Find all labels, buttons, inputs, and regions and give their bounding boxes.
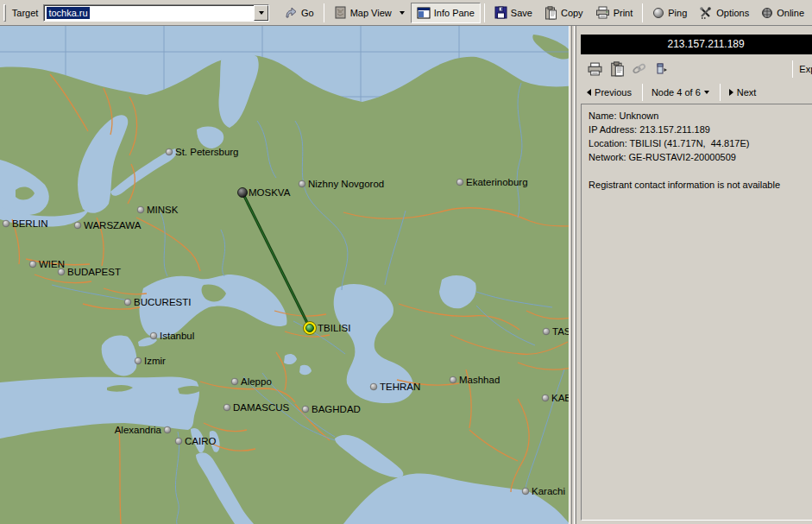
previous-arrow-icon bbox=[587, 89, 591, 96]
detail-name: Name: Unknown bbox=[589, 109, 812, 123]
toolbar-separator bbox=[642, 3, 643, 22]
city-marker-st-petersburg: St. Petersburg bbox=[166, 147, 238, 157]
node-ip-title: 213.157.211.189 bbox=[667, 38, 744, 50]
go-arrow-icon bbox=[284, 6, 298, 20]
previous-node-button[interactable]: Previous bbox=[582, 85, 637, 99]
city-label: Izmir bbox=[144, 356, 166, 366]
city-label: WARSZAWA bbox=[84, 220, 142, 230]
node-details: Name: Unknown IP Address: 213.157.211.18… bbox=[581, 104, 812, 521]
city-dot bbox=[150, 332, 157, 339]
map-view-button-label: Map View bbox=[350, 8, 392, 18]
printer-icon bbox=[587, 62, 603, 76]
online-globe-icon bbox=[761, 7, 773, 19]
main-toolbar: Target tochka.ru Go Map View Info Pane bbox=[0, 0, 812, 26]
node-jump-icon bbox=[655, 62, 669, 76]
city-dot bbox=[370, 383, 377, 390]
city-dot bbox=[302, 406, 309, 413]
city-dot bbox=[223, 404, 230, 411]
node-title-bar: 213.157.211.189 bbox=[581, 35, 812, 54]
city-marker-damascus: DAMASCUS bbox=[223, 402, 289, 413]
detail-network: Network: GE-RUSTAVI2-20000509 bbox=[589, 150, 812, 164]
panel-link-button[interactable] bbox=[628, 60, 651, 79]
map-view-icon bbox=[334, 6, 347, 20]
next-label: Next bbox=[737, 87, 757, 98]
city-label: TEHRAN bbox=[380, 382, 420, 392]
map-view-area[interactable]: St. PetersburgMOSKVANizhny NovgorodEkate… bbox=[0, 26, 569, 524]
city-label: BUDAPEST bbox=[67, 267, 121, 277]
go-button[interactable]: Go bbox=[278, 3, 320, 23]
map-view-button[interactable]: Map View bbox=[328, 3, 411, 23]
save-floppy-icon bbox=[494, 6, 507, 19]
city-dot bbox=[137, 206, 144, 213]
city-dot bbox=[135, 357, 142, 364]
city-label: Istanbul bbox=[160, 331, 194, 341]
city-label: Ekaterinoburg bbox=[466, 177, 528, 187]
node-position-dropdown[interactable]: Node 4 of 6 bbox=[646, 85, 714, 99]
toolbar-separator bbox=[324, 3, 324, 22]
online-button-label: Online bbox=[777, 8, 804, 18]
nav-separator bbox=[720, 84, 721, 101]
city-dot bbox=[450, 376, 456, 383]
city-label: KABUL bbox=[551, 393, 569, 403]
city-label: DAMASCUS bbox=[233, 402, 290, 413]
options-button-label: Options bbox=[716, 8, 749, 18]
ping-button[interactable]: Ping bbox=[646, 3, 693, 23]
online-button[interactable]: Online bbox=[755, 3, 810, 23]
city-marker-baghdad: BAGHDAD bbox=[302, 404, 361, 414]
target-combobox[interactable]: tochka.ru bbox=[43, 4, 269, 22]
target-input[interactable]: tochka.ru bbox=[44, 5, 254, 21]
trace-node-moskva[interactable]: MOSKVA bbox=[238, 187, 291, 198]
city-dot bbox=[74, 222, 81, 229]
city-label: Aleppo bbox=[241, 376, 272, 387]
copy-button[interactable]: Copy bbox=[538, 3, 589, 23]
target-dropdown-button[interactable] bbox=[254, 5, 268, 21]
city-label: TASHKENT bbox=[552, 326, 569, 337]
node-dropdown-icon bbox=[704, 91, 709, 94]
pane-splitter[interactable] bbox=[569, 26, 576, 524]
selected-node-sphere bbox=[306, 325, 314, 332]
toolbar-separator bbox=[484, 3, 485, 22]
print-button[interactable]: Print bbox=[589, 3, 639, 23]
ping-button-label: Ping bbox=[668, 8, 687, 18]
city-dot bbox=[164, 426, 171, 433]
copy-clipboard-icon bbox=[544, 6, 557, 20]
city-label: BERLIN bbox=[12, 218, 48, 229]
city-dot bbox=[231, 378, 238, 385]
city-label: MOSKVA bbox=[249, 187, 291, 198]
city-label: WIEN bbox=[39, 259, 65, 269]
trace-node-tbilisi[interactable]: TBILISI bbox=[304, 322, 351, 335]
city-marker-ekaterinoburg: Ekaterinoburg bbox=[456, 177, 527, 187]
detail-location: Location: TBILISI (41.717N, 44.817E) bbox=[589, 136, 812, 150]
export-button[interactable]: Export bbox=[799, 64, 812, 74]
save-button[interactable]: Save bbox=[488, 3, 538, 23]
target-value: tochka.ru bbox=[47, 7, 89, 19]
city-dot bbox=[124, 299, 131, 306]
panel-node-jump-button[interactable] bbox=[651, 60, 673, 79]
toolbar-grip[interactable] bbox=[3, 4, 6, 22]
city-dot bbox=[522, 488, 529, 495]
node-position-label: Node 4 of 6 bbox=[651, 87, 701, 98]
options-button[interactable]: Options bbox=[693, 3, 755, 23]
city-label: BAGHDAD bbox=[312, 404, 361, 414]
info-pane-button[interactable]: Info Pane bbox=[411, 3, 481, 23]
city-label: TBILISI bbox=[318, 323, 350, 333]
city-label: MINSK bbox=[147, 205, 179, 215]
panel-copy-button[interactable] bbox=[606, 60, 628, 79]
city-dot bbox=[58, 268, 65, 275]
next-node-button[interactable]: Next bbox=[724, 85, 762, 99]
city-label: CAIRO bbox=[185, 436, 216, 446]
city-dot bbox=[175, 438, 182, 445]
city-label: BUCURESTI bbox=[134, 297, 191, 307]
city-label: Alexandria bbox=[115, 425, 162, 435]
panel-print-button[interactable] bbox=[583, 60, 606, 79]
print-printer-icon bbox=[595, 6, 610, 19]
ping-sphere-icon bbox=[652, 7, 664, 19]
node-sphere bbox=[238, 188, 248, 198]
go-button-label: Go bbox=[301, 8, 314, 18]
city-label: Karachi bbox=[532, 486, 565, 496]
link-icon bbox=[632, 62, 647, 76]
target-label: Target bbox=[12, 8, 39, 18]
panel-toolbar-separator bbox=[792, 60, 793, 78]
world-map[interactable]: St. PetersburgMOSKVANizhny NovgorodEkate… bbox=[0, 26, 569, 524]
city-dot bbox=[166, 148, 173, 155]
